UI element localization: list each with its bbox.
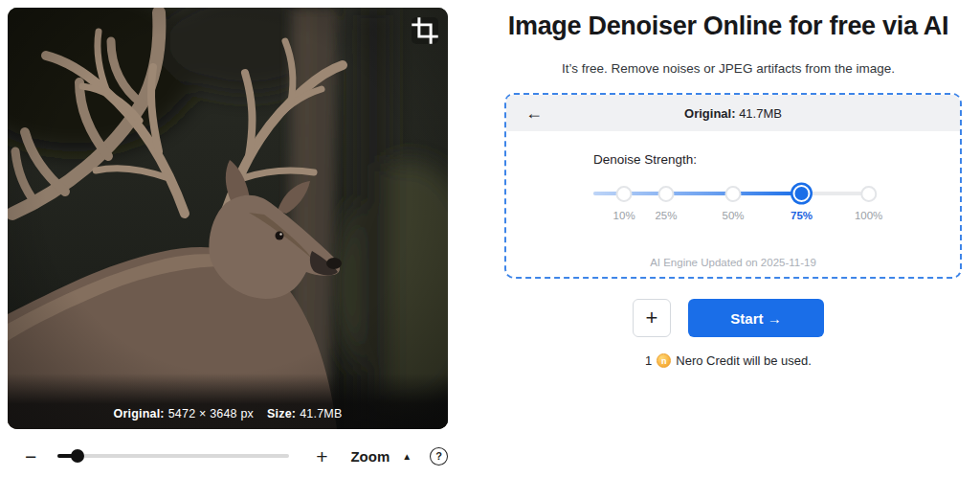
credit-count: 1 xyxy=(645,353,652,368)
size-label: Size: xyxy=(267,407,296,420)
strength-option-50[interactable]: 50% xyxy=(722,184,744,221)
strength-option-label: 100% xyxy=(855,210,882,221)
plus-icon: + xyxy=(646,306,658,330)
denoise-strength-slider[interactable]: 10% 25% 50% 75% xyxy=(593,182,873,228)
strength-option-75-selected[interactable]: 75% xyxy=(791,184,813,221)
denoise-strength-label: Denoise Strength: xyxy=(593,152,873,167)
back-arrow-icon: ← xyxy=(525,103,543,123)
chevron-up-icon: ▲ xyxy=(402,451,412,462)
deer-photo xyxy=(8,8,448,429)
zoom-slider-track[interactable] xyxy=(57,454,289,458)
crop-button[interactable] xyxy=(412,17,438,44)
radio-dot xyxy=(860,186,877,202)
image-dimensions: 5472 × 3648 px xyxy=(168,407,254,420)
image-denoiser-app: Original: 5472 × 3648 px Size: 41.7MB − … xyxy=(0,0,980,477)
strength-option-label: 10% xyxy=(613,210,635,221)
right-pane: Image Denoiser Online for free via AI It… xyxy=(477,0,980,477)
page-title: Image Denoiser Online for free via AI xyxy=(477,11,980,41)
file-info: Original: 41.7MB xyxy=(684,106,782,121)
strength-option-100[interactable]: 100% xyxy=(855,184,882,221)
strength-option-10[interactable]: 10% xyxy=(613,184,635,221)
strength-option-label: 50% xyxy=(722,210,744,221)
start-button[interactable]: Start → xyxy=(688,299,824,337)
nero-coin-icon: n xyxy=(657,353,671,368)
help-button[interactable]: ? xyxy=(430,447,448,466)
zoom-out-button[interactable]: − xyxy=(25,446,36,466)
radio-dot xyxy=(725,186,742,202)
crop-icon xyxy=(412,17,438,44)
panel-header: ← Original: 41.7MB xyxy=(506,95,960,131)
zoom-in-button[interactable]: + xyxy=(316,446,327,466)
radio-dot-selected xyxy=(793,185,811,202)
zoom-label: Zoom xyxy=(350,448,390,465)
settings-panel: ← Original: 41.7MB Denoise Strength: 10% xyxy=(504,93,962,279)
zoom-bar: − + Zoom ▲ ? xyxy=(8,438,448,474)
size-value: 41.7MB xyxy=(300,407,342,420)
engine-update-note: AI Engine Updated on 2025-11-19 xyxy=(506,257,960,268)
image-preview[interactable]: Original: 5472 × 3648 px Size: 41.7MB xyxy=(8,8,448,429)
denoise-strength-block: Denoise Strength: 10% 25% 50% xyxy=(593,152,873,228)
image-info-bar: Original: 5472 × 3648 px Size: 41.7MB xyxy=(8,374,448,429)
original-label: Original: xyxy=(113,407,164,420)
coin-letter: n xyxy=(661,356,667,366)
file-info-size: 41.7MB xyxy=(739,106,782,121)
zoom-slider-handle[interactable] xyxy=(71,449,84,463)
radio-dot xyxy=(616,186,633,202)
strength-option-25[interactable]: 25% xyxy=(655,184,677,221)
strength-option-label: 75% xyxy=(791,210,813,221)
back-button[interactable]: ← xyxy=(520,95,548,131)
question-mark-icon: ? xyxy=(435,450,442,462)
credit-note: 1 n Nero Credit will be used. xyxy=(477,353,980,368)
add-image-button[interactable]: + xyxy=(633,299,671,337)
credit-text: Nero Credit will be used. xyxy=(676,353,812,368)
actions-row: + Start → xyxy=(477,299,980,337)
page-subtitle: It’s free. Remove noises or JPEG artifac… xyxy=(477,61,980,76)
file-info-label: Original: xyxy=(684,106,735,121)
zoom-slider[interactable] xyxy=(57,448,289,464)
zoom-collapse-button[interactable]: ▲ xyxy=(402,451,412,462)
radio-dot xyxy=(657,186,674,202)
strength-option-label: 25% xyxy=(655,210,677,221)
